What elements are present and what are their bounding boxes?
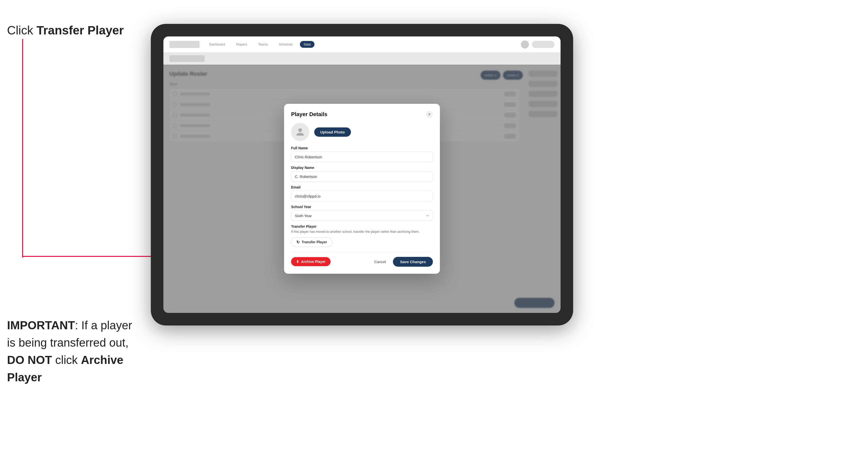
annotation-vertical-line xyxy=(22,39,23,258)
school-year-select[interactable]: First Year Second Year Third Year Fourth… xyxy=(291,210,433,221)
instruction-text4: click xyxy=(52,353,81,367)
archive-player-button[interactable]: ⬆ Archive Player xyxy=(291,257,331,266)
archive-btn-label: Archive Player xyxy=(301,260,326,264)
modal-header: Player Details × xyxy=(291,111,433,118)
instruction-bottom: IMPORTANT: If a player is being transfer… xyxy=(7,317,143,386)
photo-section: Upload Photo xyxy=(291,123,433,141)
user-avatar xyxy=(521,40,529,49)
transfer-section-title: Transfer Player xyxy=(291,224,433,228)
instruction-important: IMPORTANT xyxy=(7,319,75,332)
email-input[interactable] xyxy=(291,191,433,201)
instruction-prefix: Click xyxy=(7,24,36,37)
modal-close-button[interactable]: × xyxy=(426,111,433,118)
app-header: Dashboard Players Teams Schedule Stats xyxy=(163,36,561,53)
school-year-group: School Year First Year Second Year Third… xyxy=(291,205,433,221)
modal-overlay: Player Details × Upload Photo xyxy=(163,65,561,313)
transfer-icon: ↻ xyxy=(297,240,300,245)
modal-title: Player Details xyxy=(291,111,327,118)
app-header-right xyxy=(521,40,555,49)
nav-item-players[interactable]: Players xyxy=(233,41,251,48)
cancel-button[interactable]: Cancel xyxy=(370,257,390,267)
email-group: Email xyxy=(291,185,433,201)
nav-item-stats[interactable]: Stats xyxy=(300,41,314,48)
instruction-top: Click Transfer Player xyxy=(7,23,124,38)
player-photo-placeholder xyxy=(291,123,309,141)
school-year-label: School Year xyxy=(291,205,433,209)
transfer-section-description: If this player has moved to another scho… xyxy=(291,229,433,234)
tablet-screen: Dashboard Players Teams Schedule Stats U… xyxy=(163,36,561,313)
modal-footer: ⬆ Archive Player Cancel Save Changes xyxy=(291,252,433,267)
sub-header-badge xyxy=(169,55,205,62)
display-name-input[interactable] xyxy=(291,171,433,182)
player-details-modal: Player Details × Upload Photo xyxy=(284,104,440,274)
sub-header xyxy=(163,53,561,65)
nav-item-schedule[interactable]: Schedule xyxy=(275,41,296,48)
instruction-do-not: DO NOT xyxy=(7,353,52,367)
app-nav: Dashboard Players Teams Schedule Stats xyxy=(206,41,515,48)
transfer-player-button[interactable]: ↻ Transfer Player xyxy=(291,237,332,247)
transfer-player-section: Transfer Player If this player has moved… xyxy=(291,224,433,247)
nav-item-teams[interactable]: Teams xyxy=(255,41,271,48)
transfer-btn-label: Transfer Player xyxy=(302,240,327,244)
header-action-btn xyxy=(532,41,555,48)
display-name-label: Display Name xyxy=(291,166,433,170)
person-icon xyxy=(296,127,305,136)
archive-icon: ⬆ xyxy=(296,260,299,264)
upload-photo-button[interactable]: Upload Photo xyxy=(314,127,351,137)
email-label: Email xyxy=(291,185,433,189)
save-changes-button[interactable]: Save Changes xyxy=(393,257,433,267)
full-name-group: Full Name xyxy=(291,146,433,162)
main-content: Update Roster Team xyxy=(163,65,561,313)
nav-item-dashboard[interactable]: Dashboard xyxy=(206,41,229,48)
instruction-highlight: Transfer Player xyxy=(36,24,124,37)
display-name-group: Display Name xyxy=(291,166,433,182)
full-name-input[interactable] xyxy=(291,152,433,162)
full-name-label: Full Name xyxy=(291,146,433,150)
tablet-device: Dashboard Players Teams Schedule Stats U… xyxy=(151,24,573,325)
app-logo xyxy=(169,41,199,48)
